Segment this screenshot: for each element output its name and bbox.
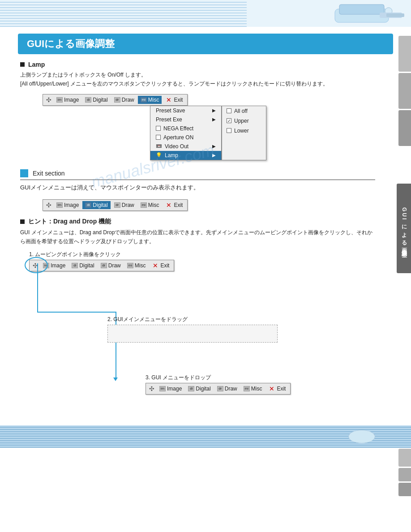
- digital-icon-3: di: [72, 263, 78, 268]
- right-tabs-container: [398, 36, 411, 147]
- menu-item-digital-2[interactable]: di Digital: [82, 201, 110, 209]
- menu-item-misc-4[interactable]: mi Misc: [241, 385, 265, 393]
- menu-item-image-1[interactable]: im Image: [54, 96, 81, 104]
- bottom-right-tab-2[interactable]: [398, 468, 411, 481]
- hint-desc: GUI メインメニューは、Drag and Dropで画面中任意の位置に表示でき…: [20, 228, 375, 246]
- bottom-right-tab-3[interactable]: [398, 483, 411, 496]
- digital-icon-4: di: [188, 386, 194, 391]
- menu-item-image-2[interactable]: im Image: [54, 201, 81, 209]
- lamp-arrow: ▶: [212, 153, 216, 158]
- menu-item-misc-1[interactable]: mi Misc: [138, 96, 162, 104]
- right-tab-1[interactable]: [398, 36, 411, 72]
- menu-bar-2: ✣ im Image di Digital dr Draw mi Misc ✕ …: [43, 199, 188, 211]
- video-label: Video Out: [165, 143, 188, 150]
- lower-item[interactable]: Lower: [222, 126, 266, 136]
- misc-icon-3: mi: [127, 263, 133, 268]
- menu-item-exit-3[interactable]: ✕ Exit: [149, 261, 172, 270]
- preset-exe-item[interactable]: Preset Exe ▶: [150, 115, 221, 124]
- image-icon-1: im: [56, 97, 63, 103]
- preset-save-item[interactable]: Preset Save ▶: [150, 106, 221, 115]
- upper-checkbox[interactable]: ✓: [227, 118, 231, 123]
- image-label-3: Image: [51, 262, 65, 269]
- dropdown-menu: Preset Save ▶ Preset Exe ▶ NEGA Effect A…: [150, 106, 222, 160]
- drag-box-wrap: [107, 325, 278, 343]
- menu-item-image-4[interactable]: im Image: [157, 385, 184, 393]
- preset-exe-label: Preset Exe: [156, 116, 182, 123]
- nega-checkbox[interactable]: [156, 126, 161, 131]
- menu-item-draw-1[interactable]: dr Draw: [111, 96, 137, 104]
- exit-label-4: Exit: [277, 386, 286, 392]
- hint-section: ヒント：Drag and Drop 機能 GUI メインメニューは、Drag a…: [20, 218, 375, 416]
- video-out-item[interactable]: 📼 Video Out ▶: [150, 142, 221, 151]
- all-off-label: All off: [234, 108, 248, 114]
- menu-item-misc-2[interactable]: mi Misc: [138, 201, 162, 209]
- exit-label-2: Exit: [174, 202, 183, 208]
- upper-label: Upper: [234, 118, 249, 124]
- draw-icon-1: dr: [114, 97, 120, 103]
- move-handle-4[interactable]: ✣: [148, 385, 156, 393]
- connector-v1: [37, 263, 38, 313]
- lamp-menu-icon: 💡: [156, 152, 162, 158]
- svg-rect-4: [386, 13, 404, 17]
- menu-item-exit-2[interactable]: ✕ Exit: [163, 201, 185, 210]
- exit-label-3: Exit: [160, 262, 169, 269]
- lamp-title-text: Lamp: [28, 61, 45, 68]
- step3-label: 3. GUI メニューをドロップ: [146, 374, 211, 382]
- digital-label-1: Digital: [93, 97, 107, 103]
- lamp-desc-line2: [All off/Upper/Lower] メニューを左のマウスボタンでクリック…: [20, 81, 328, 87]
- misc-label-1: Misc: [148, 97, 159, 103]
- nega-label: NEGA Effect: [163, 125, 193, 132]
- menu-bar-4: ✣ im Image di Digital dr Draw mi: [146, 383, 291, 395]
- menu-item-draw-3[interactable]: dr Draw: [98, 262, 124, 270]
- menu-item-misc-3[interactable]: mi Misc: [124, 262, 149, 270]
- exit-label-1: Exit: [174, 97, 183, 103]
- upper-item[interactable]: ✓ Upper: [222, 116, 266, 126]
- image-icon-2: im: [56, 202, 63, 208]
- lamp-menu-label: Lamp: [165, 152, 178, 159]
- aperture-checkbox[interactable]: [156, 135, 161, 140]
- all-off-checkbox[interactable]: [227, 108, 231, 113]
- move-handle-1[interactable]: ✣: [45, 96, 53, 104]
- menu-item-digital-3[interactable]: di Digital: [69, 262, 97, 270]
- step2-label: 2. GUIメインメニューをドラッグ: [107, 316, 188, 323]
- lamp-desc-line1: 上側ランプまたはライトボックスを On/Off します。: [20, 72, 146, 78]
- menu-demo-1: ✣ im Image di Digital dr Draw mi Misc ✕ …: [43, 94, 375, 160]
- draw-icon-4: dr: [217, 386, 223, 391]
- image-label-4: Image: [167, 386, 182, 392]
- menu-item-exit-1[interactable]: ✕ Exit: [163, 95, 185, 104]
- gui-vertical-tab[interactable]: GUIによる画像調整: [397, 184, 411, 273]
- lamp-section: Lamp 上側ランプまたはライトボックスを On/Off します。 [All o…: [20, 61, 375, 89]
- menu-bar-3: ✣ im Image di Digital dr Draw mi: [29, 260, 174, 271]
- lamp-submenu: All off ✓ Upper Lower: [222, 106, 266, 160]
- hint-title-text: ヒント：Drag and Drop 機能: [28, 218, 111, 226]
- aperture-item[interactable]: Aperture ON: [150, 133, 221, 142]
- connector-arrow: [113, 378, 118, 381]
- draw-icon-3: dr: [101, 263, 107, 268]
- menu-item-draw-4[interactable]: dr Draw: [214, 385, 240, 393]
- misc-icon-4: mi: [244, 386, 250, 391]
- lower-label: Lower: [234, 128, 249, 134]
- all-off-item[interactable]: All off: [222, 106, 266, 116]
- image-label-2: Image: [64, 202, 79, 208]
- right-tab-2[interactable]: [398, 73, 411, 109]
- misc-label-4: Misc: [251, 386, 262, 392]
- lamp-section-title: Lamp: [20, 61, 375, 68]
- move-handle-3[interactable]: ✣: [31, 262, 39, 270]
- move-handle-2[interactable]: ✣: [45, 201, 53, 209]
- menu-item-exit-4[interactable]: ✕ Exit: [265, 384, 288, 393]
- video-arrow: ▶: [212, 144, 216, 149]
- lower-checkbox[interactable]: [227, 128, 231, 133]
- menu-item-image-3[interactable]: im Image: [40, 262, 68, 270]
- menu-item-draw-2[interactable]: dr Draw: [111, 201, 137, 209]
- bottom-right-tab-1[interactable]: [398, 449, 411, 467]
- step1-label: 1. ムービングポイント画像をクリック: [29, 251, 121, 258]
- preset-save-arrow: ▶: [212, 108, 216, 113]
- nega-effect-item[interactable]: NEGA Effect: [150, 124, 221, 133]
- menu-item-digital-4[interactable]: di Digital: [185, 385, 213, 393]
- menu-item-digital-1[interactable]: di Digital: [82, 96, 110, 104]
- right-tab-3[interactable]: [398, 110, 411, 146]
- draw-icon-2: dr: [114, 202, 120, 208]
- lamp-item[interactable]: 💡 Lamp ▶: [150, 151, 221, 160]
- draw-label-4: Draw: [225, 386, 237, 392]
- draw-label-2: Draw: [122, 202, 134, 208]
